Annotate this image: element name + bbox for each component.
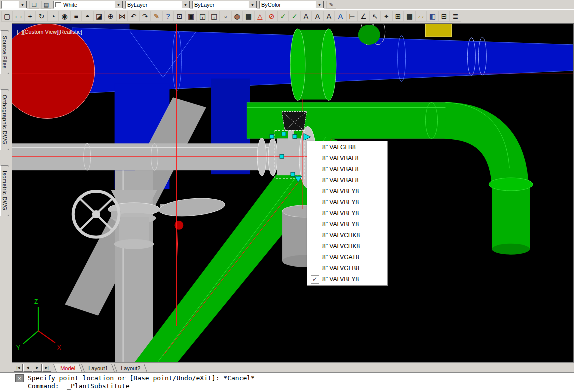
dim-angular-icon[interactable]: ∠ [358,11,369,22]
no-plot-icon[interactable]: ⊘ [266,11,277,22]
layout-tab-layout2[interactable]: Layout2 [114,364,147,372]
redo-icon[interactable]: ↷ [139,11,151,22]
new-icon[interactable]: ▢ [1,11,13,22]
plot-icon[interactable]: ⊟ [438,11,450,22]
menu-item[interactable]: 8" VALVBAL8 [307,153,387,164]
zoom-window-icon[interactable]: ▣ [185,11,197,22]
extrude-icon[interactable]: ◓ [82,11,93,22]
union-icon[interactable]: ⊕ [105,11,116,22]
palette-tab-isometric-dwg[interactable]: Isometric DWG [0,165,9,216]
palette-tab-strip: Source FilesOrthographic DWGIsometric DW… [0,23,12,372]
color-control[interactable]: White ▼ [53,1,123,9]
rectangle-icon[interactable]: ▭ [13,11,24,22]
menu-item[interactable]: 8" VALVCHK8 [307,241,387,252]
steering-wheel-icon[interactable]: ◍ [231,11,243,22]
menu-item[interactable]: 8" VALVBFY8 [307,186,387,197]
lineweight-control[interactable]: ByLayer ▼ [192,1,257,9]
viewport-label[interactable]: [−][Custom View][Realistic] [17,29,82,35]
menu-item[interactable]: 8" VALVBFY8 [307,197,387,208]
linetype-value: ByLayer [127,2,147,8]
menu-item-label: 8" VALGLB8 [322,144,356,151]
warning-icon[interactable]: △ [254,11,266,22]
viewport[interactable]: Z Y X [−][Custom View][Realistic] 8" VAL… [12,23,574,362]
palette-tab-source-files[interactable]: Source Files [0,30,9,74]
main-toolbar: ▢▭+↻◔◉≡◓◪⊕⋈↶↷✎?⊡▣◱◲▫◍▦△⊘✓✓AAAA⊢∠↖⌖⊞▦▱◧⊟≣ [0,9,574,23]
mirror-icon[interactable]: ⋈ [116,11,128,22]
batch-standards-icon[interactable]: ✓ [289,11,300,22]
save-icon[interactable]: ◧ [427,11,438,22]
orbit-icon[interactable]: ◔ [47,11,59,22]
menu-item-label: 8" VALVGAT8 [322,254,359,261]
table-icon[interactable]: ▦ [404,11,415,22]
zoom-previous-icon[interactable]: ◲ [208,11,220,22]
chevron-down-icon: ▼ [315,1,324,9]
plotstyle-control[interactable]: ByColor ▼ [259,1,324,9]
main-area: Source FilesOrthographic DWGIsometric DW… [0,23,574,372]
text-style-icon[interactable]: A [300,11,312,22]
show-motion-icon[interactable]: ▦ [243,11,254,22]
dim-linear-icon[interactable]: ⊢ [346,11,358,22]
layer-states-icon[interactable]: ▤ [41,1,51,9]
pan-icon[interactable]: ◉ [59,11,70,22]
plot-style-edit-icon[interactable]: ✎ [326,1,336,9]
zoom-extents-icon[interactable]: ◱ [197,11,208,22]
rotate-icon[interactable]: ↻ [36,11,47,22]
valve-context-menu[interactable]: 8" VALGLB88" VALVBAL88" VALVBAL88" VALVB… [307,141,388,286]
menu-item-label: 8" VALVCHK8 [322,243,360,250]
menu-item-label: 8" VALVBFY8 [322,221,359,228]
menu-item[interactable]: ✓8" VALVBFY8 [307,274,387,285]
check-standards-icon[interactable]: ✓ [277,11,289,22]
layer-icon[interactable]: ≡ [70,11,82,22]
plot-preview-icon[interactable]: ⊡ [174,11,185,22]
layout-nav-buttons: |◀◀▶▶| [14,364,52,372]
linetype-control[interactable]: ByLayer ▼ [125,1,190,9]
workspace-dropdown[interactable]: ▼ [1,1,27,9]
next-layout-button[interactable]: ▶ [33,364,42,372]
menu-item[interactable]: 8" VALVCHK8 [307,230,387,241]
undo-icon[interactable]: ↶ [128,11,139,22]
chevron-down-icon: ▼ [248,1,257,9]
svg-text:X: X [57,344,61,351]
3d-model-canvas: Z Y X [12,24,573,362]
move-icon[interactable]: + [24,11,36,22]
chevron-down-icon: ▼ [18,1,27,9]
last-layout-button[interactable]: ▶| [42,364,51,372]
menu-item-label: 8" VALVBFY8 [322,276,359,283]
command-close-button[interactable]: × [15,374,24,382]
prev-layout-button[interactable]: ◀ [23,364,32,372]
palette-tab-orthographic-dwg[interactable]: Orthographic DWG [0,89,9,150]
help-icon[interactable]: ? [162,11,174,22]
first-layout-button[interactable]: |◀ [14,364,23,372]
menu-item-label: 8" VALVBFY8 [322,199,359,206]
open-icon[interactable]: ▱ [415,11,427,22]
menu-item-label: 8" VALVBFY8 [322,210,359,217]
layout-tab-model[interactable]: Model [53,364,82,372]
layout-tab-layout1[interactable]: Layout1 [81,364,115,372]
ucs-icon: Z Y X [16,298,61,351]
color-value: White [63,2,77,8]
leader-icon[interactable]: ↖ [369,11,381,22]
chevron-down-icon: ▼ [114,1,123,9]
menu-item[interactable]: 8" VALVBAL8 [307,164,387,175]
chevron-down-icon: ▼ [181,1,190,9]
slice-icon[interactable]: ◪ [93,11,105,22]
menu-item[interactable]: 8" VALVBFY8 [307,219,387,230]
marker-icon[interactable]: ✎ [151,11,162,22]
checkmark-icon: ✓ [307,275,322,284]
mtext-icon[interactable]: A [312,11,323,22]
menu-item[interactable]: 8" VALVGAT8 [307,252,387,263]
red-ball [174,221,183,230]
menu-item[interactable]: 8" VALVBAL8 [307,175,387,186]
layer-properties-icon[interactable]: ❏ [29,1,39,9]
text-align-icon[interactable]: A [323,11,335,22]
tolerance-icon[interactable]: ⌖ [381,11,392,22]
table-borders-icon[interactable]: ⊞ [392,11,404,22]
command-panel[interactable]: × Specify point location or [Base point/… [0,372,574,392]
named-views-icon[interactable]: ▫ [220,11,231,22]
menu-item-label: 8" VALVBAL8 [322,166,359,173]
menu-item[interactable]: 8" VALVGLB8 [307,263,387,274]
menu-item[interactable]: 8" VALGLB8 [307,142,387,153]
annotative-icon[interactable]: A [335,11,346,22]
menu-item[interactable]: 8" VALVBFY8 [307,208,387,219]
palette-icon[interactable]: ≣ [450,11,461,22]
